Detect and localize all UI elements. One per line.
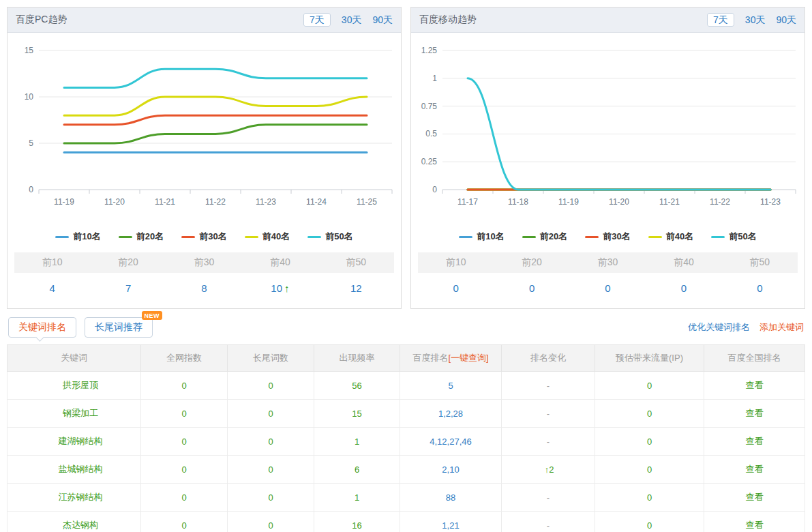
legend-item-前40名[interactable]: 前40名 [648,231,693,243]
x-tick-label: 11-23 [256,197,276,207]
column-header-rank-change: 排名变化 [502,345,595,372]
legend-item-前20名[interactable]: 前20名 [119,231,164,243]
table-row: 拱形屋顶00565-0查看 [7,372,805,400]
view-link[interactable]: 查看 [746,436,764,446]
cell-keyword: 拱形屋顶 [7,372,141,400]
cell-keyword: 建湖钢结构 [7,428,141,456]
cell-traffic: 0 [595,428,704,456]
add-keyword-link[interactable]: 添加关键词 [760,322,804,332]
cell-value: 0 [268,520,273,531]
cell-value: 0 [181,409,186,419]
range-button-90天[interactable]: 90天 [776,14,796,25]
y-tick-label: 10 [25,92,34,102]
summary-header-前50: 前50 [722,256,798,269]
new-badge: NEW [142,311,163,320]
x-tick-label: 11-18 [508,197,528,207]
cell-rank-change: - [502,428,595,456]
baidu-rank-link[interactable]: 5 [448,381,453,391]
rank-change-none: - [547,409,550,419]
summary-value-前10[interactable]: 4 [14,282,90,294]
optimize-keyword-rank-link[interactable]: 优化关键词排名 [688,322,750,332]
tab-longtail-suggest[interactable]: 长尾词推荐NEW [85,317,153,338]
summary-value-前50[interactable]: 0 [722,282,798,294]
baidu-rank-link[interactable]: 1,21 [442,520,459,531]
pc-summary-headers: 前10前20前30前40前50 [14,252,394,273]
table-row: 杰达钢构00161,21-0查看 [7,512,805,532]
tab-keyword-rank[interactable]: 关键词排名 [8,317,76,338]
series-line-前50名 [64,69,367,87]
cell-value: 0 [268,492,273,503]
mobile-summary-values: 00000 [418,273,798,303]
range-button-30天[interactable]: 30天 [342,14,362,25]
x-tick-label: 11-19 [558,197,579,207]
legend-label: 前10名 [73,231,100,243]
legend-dash-icon [181,236,195,238]
up-arrow-icon: ↑ [284,282,290,294]
legend-item-前20名[interactable]: 前20名 [522,231,567,243]
summary-value-前30[interactable]: 8 [166,282,242,294]
cell-baidu-rank: 1,2,28 [400,400,502,428]
pc-panel-header: 百度PC趋势 7天30天90天 [7,8,401,33]
baidu-rank-link[interactable]: 2,10 [442,464,459,475]
legend-item-前50名[interactable]: 前50名 [307,231,352,243]
legend-dash-icon [459,236,472,238]
legend-dash-icon [648,236,662,238]
baidu-rank-link[interactable]: 4,12,27,46 [430,437,471,447]
range-button-90天[interactable]: 90天 [372,14,393,25]
legend-item-前50名[interactable]: 前50名 [711,231,756,243]
cell-value: 0 [647,492,652,503]
summary-value-前40[interactable]: 10↑ [242,282,318,294]
legend-item-前30名[interactable]: 前30名 [585,231,630,243]
view-link[interactable]: 查看 [746,408,764,418]
cell-index: 0 [141,456,228,484]
summary-value-前50[interactable]: 12 [318,282,394,294]
legend-item-前10名[interactable]: 前10名 [55,231,100,243]
legend-item-前10名[interactable]: 前10名 [459,231,504,243]
mobile-chart-legend: 前10名前20名前30名前40名前50名 [411,229,805,244]
view-link[interactable]: 查看 [746,492,764,502]
summary-header-前30: 前30 [570,256,646,269]
cell-baidu-rank: 2,10 [400,456,502,484]
x-tick-label: 11-17 [457,197,478,207]
cell-value: 0 [181,381,186,391]
range-button-30天[interactable]: 30天 [745,14,766,25]
one-click-query-link[interactable]: [一键查询] [448,353,488,363]
trend-panels-row: 百度PC趋势 7天30天90天 05101511-1911-2011-2111-… [7,7,805,309]
view-link[interactable]: 查看 [746,464,764,474]
pc-trend-chart: 05101511-1911-2011-2111-2211-2311-2411-2… [7,33,401,229]
legend-dash-icon [55,236,69,238]
cell-value: 56 [352,381,361,391]
view-link[interactable]: 查看 [746,380,764,390]
summary-value-前40[interactable]: 0 [646,282,721,294]
range-button-7天[interactable]: 7天 [303,13,331,27]
summary-value-前30[interactable]: 0 [570,282,646,294]
baidu-rank-link[interactable]: 88 [446,492,455,503]
cell-keyword: 江苏钢结构 [7,484,141,512]
summary-header-前30: 前30 [166,256,242,269]
y-tick-label: 15 [25,46,34,55]
summary-header-前10: 前10 [418,256,494,269]
keyword-section: 关键词排名长尾词推荐NEW 优化关键词排名添加关键词 关键词全网指数长尾词数出现… [7,317,805,532]
legend-item-前40名[interactable]: 前40名 [245,231,290,243]
legend-dash-icon [585,236,599,238]
cell-index: 0 [141,372,228,400]
cell-longtail: 0 [228,428,314,456]
range-button-7天[interactable]: 7天 [707,13,734,27]
legend-item-前30名[interactable]: 前30名 [181,231,226,243]
pc-range-buttons: 7天30天90天 [301,12,393,27]
summary-header-前40: 前40 [646,256,721,269]
baidu-rank-link[interactable]: 1,2,28 [438,409,463,419]
cell-national-rank: 查看 [704,512,805,532]
rank-change-none: - [547,381,550,391]
legend-label: 前40名 [262,231,290,243]
y-tick-label: 1 [432,74,437,83]
view-link[interactable]: 查看 [746,520,764,530]
cell-value: 1 [355,437,359,447]
summary-value-前10[interactable]: 0 [418,282,494,294]
cell-longtail: 0 [228,372,314,400]
column-header-baidu-rank: 百度排名[一键查询] [400,345,502,372]
summary-value-前20[interactable]: 0 [494,282,569,294]
cell-baidu-rank: 4,12,27,46 [400,428,502,456]
summary-value-前20[interactable]: 7 [90,282,166,294]
cell-baidu-rank: 5 [400,372,502,400]
